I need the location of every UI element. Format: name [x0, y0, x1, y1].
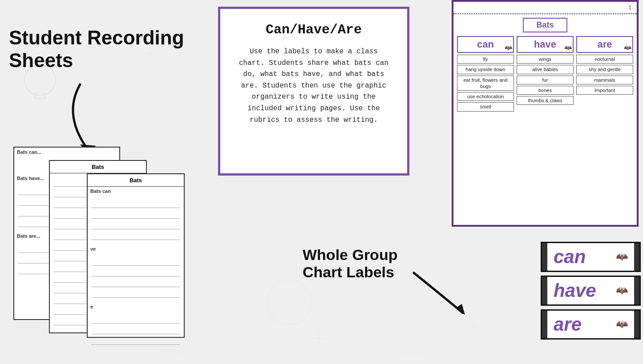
- chart-col1-header: can 🦇: [457, 36, 514, 53]
- ws-front-bats-can: Bats can: [88, 187, 184, 195]
- whole-group-title-text: Whole Group Chart Labels: [303, 246, 405, 281]
- chart-col2-item3: fur: [517, 76, 574, 84]
- ws-front-lines2: [88, 252, 184, 302]
- chart-labels-stack: can 🦇 have 🦇 are 🦇: [541, 242, 641, 340]
- title-to-worksheets-arrow: [53, 80, 125, 156]
- content-wrapper: Student Recording Sheets Bats can... 🦇 B…: [0, 0, 643, 364]
- label-can-text: can: [554, 246, 586, 268]
- chart-section: 1 Bats can 🦇 have 🦇 are 🦇: [452, 0, 643, 249]
- chart-container: 1 Bats can 🦇 have 🦇 are 🦇: [452, 0, 639, 227]
- chart-col1-item2: hang upside down: [457, 65, 514, 74]
- col3-bat-icon: 🦇: [624, 44, 631, 51]
- wg-arrow: [409, 268, 472, 322]
- chart-col1-item1: fly: [457, 55, 514, 64]
- wg-line2: Chart Labels: [303, 264, 394, 280]
- chart-content: fly hang upside down eat fruit, flowers …: [453, 53, 637, 113]
- chart-col3-item4: Important: [576, 86, 633, 95]
- col2-label: have: [534, 39, 556, 50]
- chart-column-headers: can 🦇 have 🦇 are 🦇: [453, 36, 637, 53]
- chart-col1-item5: smell: [457, 102, 514, 111]
- ws-front-title: Bats: [88, 174, 184, 187]
- worksheet-front: Bats Bats can ve e: [87, 173, 185, 338]
- chart-col1-item4: use echolocation: [457, 92, 514, 101]
- whole-group-section: Whole Group Chart Labels can 🦇 have: [303, 242, 641, 360]
- label-can-bat: 🦇: [616, 251, 628, 263]
- label-have-card: have 🦇: [541, 276, 641, 306]
- label-are-text: are: [554, 314, 582, 335]
- ws-front-lines1: [88, 195, 184, 244]
- col1-label: can: [477, 39, 494, 50]
- card-title: Can/Have/Are: [236, 22, 392, 37]
- card-description: Use the labels to make a class chart. St…: [236, 46, 392, 126]
- chart-col3-item2: shy and gentle: [576, 65, 633, 74]
- student-recording-title: Student Recording Sheets: [9, 27, 214, 72]
- ws-middle-title: Bats: [50, 161, 146, 173]
- can-have-are-card: Can/Have/Are Use the labels to make a cl…: [218, 7, 409, 176]
- label-have-bat: 🦇: [616, 285, 628, 296]
- label-can-card: can 🦇: [541, 242, 641, 272]
- label-are-card: are 🦇: [541, 309, 641, 340]
- ws-label-can: Bats can...: [14, 148, 119, 156]
- chart-col2: wings alive babies fur bones thumbs & cl…: [517, 55, 574, 112]
- chart-col3-item1: nocturnal: [576, 55, 633, 64]
- wg-line1: Whole Group: [303, 246, 397, 263]
- chart-col3: nocturnal shy and gentle mammals Importa…: [576, 55, 633, 112]
- ws-front-bats-are: e: [88, 302, 184, 310]
- col2-bat-icon: 🦇: [564, 44, 572, 51]
- col3-label: are: [597, 39, 612, 50]
- chart-subject: Bats: [523, 18, 567, 32]
- title-line1: Student Recording: [9, 27, 184, 48]
- left-section: Student Recording Sheets: [9, 27, 214, 76]
- can-have-are-section: Can/Have/Are Use the labels to make a cl…: [218, 7, 409, 176]
- title-line2: Sheets: [9, 49, 73, 71]
- worksheets-stack: Bats can... 🦇 Bats have... Bats are... B…: [9, 147, 200, 338]
- label-are-bat: 🦇: [616, 319, 628, 330]
- chart-col2-item4: bones: [517, 86, 574, 95]
- chart-col2-item1: wings: [517, 55, 574, 64]
- chart-col1-item3: eat fruit, flowers and bugs: [457, 76, 514, 91]
- ws-front-bats-have: ve: [88, 244, 184, 252]
- chart-col3-header: are 🦇: [576, 36, 633, 53]
- label-have-text: have: [554, 280, 596, 301]
- whole-group-title: Whole Group Chart Labels: [303, 246, 405, 281]
- chart-col1: fly hang upside down eat fruit, flowers …: [457, 55, 514, 112]
- chart-col2-item5: thumbs & claws: [517, 96, 574, 105]
- ws-front-lines3: [88, 310, 184, 349]
- col1-bat-icon: 🦇: [505, 44, 512, 51]
- chart-col3-item3: mammals: [576, 76, 633, 84]
- chart-col2-header: have 🦇: [517, 36, 574, 53]
- chart-col2-item2: alive babies: [517, 65, 574, 74]
